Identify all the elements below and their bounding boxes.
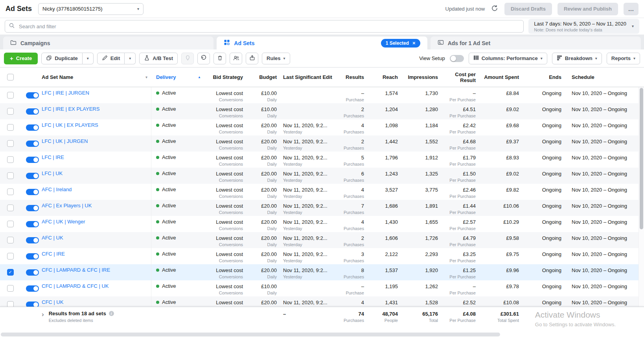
column-header-reach[interactable]: Reach: [370, 74, 403, 80]
ad-set-name-link[interactable]: LFC | IRE | EX PLAYERS: [42, 106, 99, 112]
table-row[interactable]: LFC | IRE Active Lowest costConversions …: [0, 152, 644, 168]
duplicate-dropdown-button[interactable]: ▾: [83, 53, 94, 64]
expand-totals-chevron[interactable]: ›: [42, 311, 44, 318]
table-row[interactable]: AFC | UK | Wenger Active Lowest costConv…: [0, 216, 644, 232]
status-toggle[interactable]: [26, 302, 39, 307]
table-row[interactable]: CFC | IRE Active Lowest costConversions …: [0, 248, 644, 264]
ad-set-name-link[interactable]: CFC | LAMPARD & CFC | IRE: [42, 267, 110, 273]
row-checkbox[interactable]: [7, 140, 14, 147]
status-toggle[interactable]: [26, 173, 39, 179]
ad-set-name-link[interactable]: AFC | UK | Wenger: [42, 219, 85, 225]
row-checkbox[interactable]: [7, 108, 14, 115]
ad-set-name-link[interactable]: LFC | IRE: [42, 154, 64, 160]
column-header-amount-spent[interactable]: Amount Spent: [481, 74, 524, 80]
info-icon[interactable]: i: [109, 311, 114, 316]
status-toggle[interactable]: [26, 124, 39, 131]
status-toggle[interactable]: [26, 221, 39, 227]
search-box[interactable]: [5, 20, 524, 33]
status-toggle[interactable]: [26, 108, 39, 115]
ad-set-name-link[interactable]: LFC | UK: [42, 170, 63, 176]
edit-dropdown-button[interactable]: ▾: [125, 53, 136, 64]
row-checkbox[interactable]: [7, 237, 14, 243]
ad-set-name-link[interactable]: AFC | Ireland: [42, 186, 72, 192]
status-toggle[interactable]: [26, 269, 39, 276]
ad-set-name-link[interactable]: LFC | UK | JURGEN: [42, 138, 88, 144]
row-checkbox[interactable]: [7, 92, 14, 99]
tab-campaigns[interactable]: Campaigns: [3, 37, 213, 49]
status-toggle[interactable]: [26, 92, 39, 99]
delete-button[interactable]: [213, 53, 226, 64]
status-toggle[interactable]: [26, 285, 39, 292]
row-checkbox[interactable]: [7, 253, 14, 260]
row-checkbox[interactable]: [7, 301, 14, 307]
horizontal-scrollbar-thumb[interactable]: [1, 333, 500, 336]
ad-set-name-link[interactable]: LFC | IRE | JURGEN: [42, 90, 89, 96]
refresh-button[interactable]: [490, 4, 499, 14]
column-header-budget[interactable]: Budget: [248, 74, 282, 80]
table-row[interactable]: AFC | Ex Players | UK Active Lowest cost…: [0, 200, 644, 216]
horizontal-scrollbar[interactable]: [0, 329, 644, 340]
ad-set-name-link[interactable]: CFC | UK: [42, 299, 63, 305]
table-row[interactable]: CFC | LAMPARD & CFC | UK Active Lowest c…: [0, 280, 644, 296]
breakdown-button[interactable]: Breakdown ▾: [552, 53, 602, 64]
column-header-schedule[interactable]: Schedule: [567, 74, 644, 80]
vertical-scrollbar[interactable]: [638, 87, 644, 307]
status-toggle[interactable]: [26, 205, 39, 211]
table-row[interactable]: CFC | LAMPARD & CFC | IRE Active Lowest …: [0, 264, 644, 280]
select-all-checkbox[interactable]: [7, 74, 14, 80]
ad-set-name-link[interactable]: CFC | LAMPARD & CFC | UK: [42, 283, 109, 289]
column-header-ad-set-name[interactable]: Ad Set Name ▾: [39, 74, 151, 80]
tab-ad-sets[interactable]: Ad Sets 1 Selected ×: [217, 37, 427, 49]
row-checkbox[interactable]: [7, 269, 14, 276]
audiences-button[interactable]: [230, 53, 242, 64]
column-header-delivery[interactable]: Delivery ▲: [151, 74, 207, 80]
table-row[interactable]: LFC | UK Active Lowest costConversions £…: [0, 168, 644, 184]
columns-button[interactable]: Columns: Performance ▾: [469, 53, 547, 64]
status-toggle[interactable]: [26, 237, 39, 243]
row-checkbox[interactable]: [7, 156, 14, 163]
row-checkbox[interactable]: [7, 205, 14, 211]
table-row[interactable]: LFC | UK | JURGEN Active Lowest costConv…: [0, 135, 644, 152]
row-checkbox[interactable]: [7, 124, 14, 131]
table-row[interactable]: LFC | IRE | JURGEN Active Lowest costCon…: [0, 87, 644, 103]
status-toggle[interactable]: [26, 189, 39, 195]
pin-button[interactable]: [181, 53, 194, 64]
deselect-icon[interactable]: ×: [412, 40, 416, 46]
date-range-selector[interactable]: Last 7 days: Nov 5, 2020 – Nov 11, 2020 …: [528, 19, 639, 34]
ad-set-name-link[interactable]: AFC | UK: [42, 235, 63, 241]
reports-button[interactable]: Reports ▾: [607, 53, 640, 64]
status-toggle[interactable]: [26, 253, 39, 260]
ad-set-name-link[interactable]: AFC | Ex Players | UK: [42, 203, 92, 208]
row-checkbox[interactable]: [7, 221, 14, 227]
row-checkbox[interactable]: [7, 285, 14, 292]
ad-set-name-link[interactable]: CFC | IRE: [42, 251, 65, 257]
column-header-last-significant-edit[interactable]: Last Significant Edit: [282, 74, 333, 80]
table-row[interactable]: AFC | UK Active Lowest costConversions £…: [0, 232, 644, 248]
column-header-ends[interactable]: Ends: [524, 74, 567, 80]
column-header-bid-strategy[interactable]: Bid Strategy: [207, 74, 248, 80]
status-toggle[interactable]: [26, 141, 39, 147]
table-row[interactable]: CFC | UK Active Lowest costConversions £…: [0, 296, 644, 307]
ad-set-name-link[interactable]: LFC | UK | EX PLAYERS: [42, 122, 98, 128]
column-header-impressions[interactable]: Impressions: [403, 74, 443, 80]
account-selector[interactable]: Nicky (377618050151275) ▾: [38, 3, 144, 15]
rules-button[interactable]: Rules ▾: [262, 53, 290, 64]
review-and-publish-button[interactable]: Review and Publish: [558, 3, 618, 15]
row-checkbox[interactable]: [7, 172, 14, 179]
table-row[interactable]: LFC | UK | EX PLAYERS Active Lowest cost…: [0, 119, 644, 135]
view-setup-toggle[interactable]: [450, 55, 464, 62]
ab-test-button[interactable]: A/B Test: [139, 53, 178, 64]
row-checkbox[interactable]: [7, 188, 14, 195]
status-toggle[interactable]: [26, 157, 39, 163]
table-row[interactable]: AFC | Ireland Active Lowest costConversi…: [0, 184, 644, 200]
duplicate-button[interactable]: Duplicate: [41, 53, 83, 64]
create-button[interactable]: + Create: [4, 53, 38, 64]
export-button[interactable]: [246, 53, 258, 64]
column-header-results[interactable]: Results: [333, 74, 370, 80]
revert-button[interactable]: [197, 53, 210, 64]
column-header-cost-per-result[interactable]: Cost per Result: [443, 71, 481, 83]
edit-button[interactable]: Edit: [97, 53, 125, 64]
scrollbar-thumb[interactable]: [640, 88, 643, 229]
discard-drafts-button[interactable]: Discard Drafts: [504, 3, 552, 15]
search-input[interactable]: [18, 23, 519, 30]
